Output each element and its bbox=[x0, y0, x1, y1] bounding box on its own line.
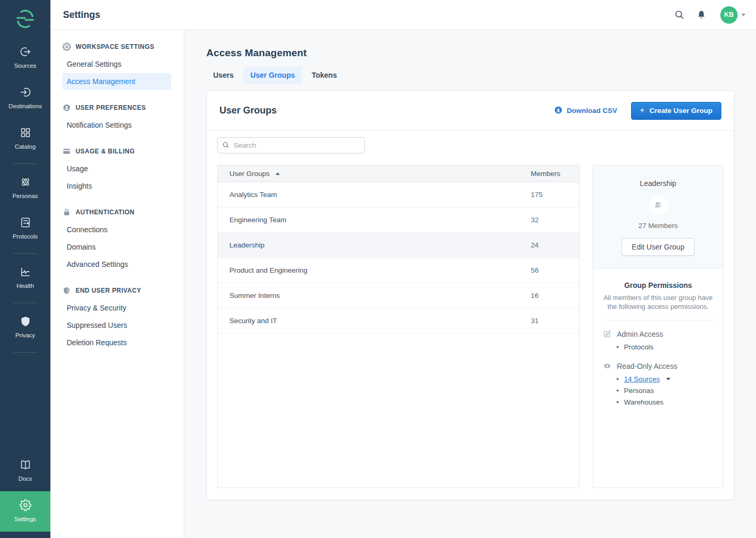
health-icon bbox=[19, 266, 32, 278]
group-members-cell: 56 bbox=[531, 266, 570, 274]
subnav-item-access-management[interactable]: Access Management bbox=[62, 73, 171, 90]
group-members-cell: 31 bbox=[531, 317, 570, 325]
avatar[interactable]: KB bbox=[720, 6, 738, 24]
column-header-members: Members bbox=[531, 170, 570, 178]
subnav-item-deletion-requests[interactable]: Deletion Requests bbox=[62, 334, 171, 351]
subnav-item-general-settings[interactable]: General Settings bbox=[62, 56, 171, 73]
permission-group-header: Admin Access bbox=[603, 329, 713, 338]
personas-icon bbox=[19, 176, 32, 188]
permission-item[interactable]: • 14 Sources bbox=[616, 373, 713, 385]
chevron-down-icon[interactable] bbox=[666, 378, 670, 380]
rail-item-protocols[interactable]: Protocols bbox=[0, 209, 50, 249]
rail-item-personas[interactable]: Personas bbox=[0, 168, 50, 209]
subnav-section-header: USER PREFERENCES bbox=[62, 102, 171, 113]
search-icon[interactable] bbox=[674, 9, 685, 20]
user-groups-table: User Groups Members Analytics Team 175 E… bbox=[217, 165, 580, 488]
privacy-icon bbox=[19, 315, 32, 327]
notifications-bell-icon[interactable] bbox=[696, 9, 707, 20]
tab-bar: Users User Groups Tokens bbox=[206, 67, 734, 84]
subnav-section: USAGE & BILLING UsageInsights bbox=[62, 146, 171, 194]
table-row[interactable]: Analytics Team 175 bbox=[218, 182, 579, 208]
divider bbox=[13, 163, 37, 164]
rail-item-catalog[interactable]: Catalog bbox=[0, 119, 50, 159]
sort-asc-icon bbox=[276, 172, 280, 175]
group-name-cell: Leadership bbox=[229, 241, 265, 249]
group-name: Leadership bbox=[602, 179, 715, 188]
rail-item-settings[interactable]: Settings bbox=[0, 491, 50, 532]
tab-user-groups[interactable]: User Groups bbox=[244, 67, 302, 84]
group-avatar bbox=[649, 195, 668, 214]
group-members-cell: 24 bbox=[531, 241, 570, 249]
app: Sources Destinations Catalog Personas Pr… bbox=[0, 0, 756, 538]
permission-group-header: Read-Only Access bbox=[603, 361, 713, 370]
subnav-item-connections[interactable]: Connections bbox=[62, 221, 171, 238]
rail-item-label: Personas bbox=[13, 193, 38, 199]
group-name-cell: Summer Interns bbox=[229, 292, 280, 299]
account-menu[interactable]: KB bbox=[720, 6, 746, 24]
rail-item-destinations[interactable]: Destinations bbox=[0, 78, 50, 119]
bullet: • bbox=[616, 387, 619, 395]
subnav-section: WORKSPACE SETTINGS General SettingsAcces… bbox=[62, 42, 171, 90]
subnav-item-domains[interactable]: Domains bbox=[62, 239, 171, 255]
search-input[interactable] bbox=[217, 137, 365, 153]
group-members-cell: 16 bbox=[531, 292, 570, 299]
subnav-item-advanced-settings[interactable]: Advanced Settings bbox=[62, 256, 171, 273]
tab-users[interactable]: Users bbox=[206, 67, 240, 84]
rail-item-label: Privacy bbox=[15, 332, 35, 338]
rail-item-label: Health bbox=[16, 283, 34, 289]
page-title: Access Management bbox=[206, 47, 734, 59]
group-detail-panel: Leadership 27 Members Edit User Group Gr… bbox=[593, 165, 723, 488]
download-csv-button[interactable]: Download CSV bbox=[554, 106, 617, 116]
edit-icon bbox=[603, 329, 612, 338]
main-content: Access Management Users User Groups Toke… bbox=[184, 30, 756, 538]
edit-user-group-button[interactable]: Edit User Group bbox=[622, 238, 694, 256]
sort-user-groups-column[interactable]: User Groups bbox=[229, 170, 280, 178]
divider bbox=[13, 352, 37, 353]
permission-group-label: Admin Access bbox=[617, 330, 663, 338]
subnav-item-usage[interactable]: Usage bbox=[62, 160, 171, 177]
subnav-section: AUTHENTICATION ConnectionsDomainsAdvance… bbox=[62, 207, 171, 273]
bullet: • bbox=[616, 375, 619, 383]
sources-expand-link[interactable]: 14 Sources bbox=[624, 375, 660, 383]
subnav-section-label: USAGE & BILLING bbox=[76, 148, 135, 155]
rail-item-sources[interactable]: Sources bbox=[0, 38, 50, 78]
subnav-section-label: WORKSPACE SETTINGS bbox=[76, 43, 154, 50]
download-csv-label: Download CSV bbox=[567, 107, 617, 115]
permission-item-label: Warehouses bbox=[624, 398, 664, 406]
rail-item-docs[interactable]: Docs bbox=[0, 451, 50, 491]
table-row[interactable]: Leadership 24 bbox=[218, 233, 579, 258]
subnav-section-label: END USER PRIVACY bbox=[76, 287, 141, 294]
settings-subnav: WORKSPACE SETTINGS General SettingsAcces… bbox=[50, 30, 184, 538]
rail-item-health[interactable]: Health bbox=[0, 258, 50, 298]
eye-icon bbox=[603, 361, 612, 370]
group-members-cell: 32 bbox=[531, 216, 570, 224]
user-groups-card: User Groups Download CSV + Create User G… bbox=[206, 90, 734, 500]
create-user-group-button[interactable]: + Create User Group bbox=[631, 102, 721, 120]
subnav-item-privacy-security[interactable]: Privacy & Security bbox=[62, 299, 171, 316]
rail-item-label: Settings bbox=[14, 516, 36, 522]
rail-item-label: Docs bbox=[18, 475, 32, 482]
rail-item-label: Sources bbox=[14, 63, 36, 69]
table-row[interactable]: Security and IT 31 bbox=[218, 308, 579, 334]
segment-logo[interactable] bbox=[0, 0, 50, 38]
table-row[interactable]: Engineering Team 32 bbox=[218, 208, 579, 233]
permission-item-label: Personas bbox=[624, 387, 654, 395]
rail-item-privacy[interactable]: Privacy bbox=[0, 307, 50, 348]
subnav-section: USER PREFERENCES Notification Settings bbox=[62, 102, 171, 133]
chevron-down-icon bbox=[741, 14, 746, 16]
subnav-item-suppressed-users[interactable]: Suppressed Users bbox=[62, 317, 171, 334]
table-row[interactable]: Summer Interns 16 bbox=[218, 283, 579, 308]
destinations-icon bbox=[19, 86, 32, 98]
table-row[interactable]: Product and Engineering 56 bbox=[218, 258, 579, 283]
subnav-section-header: USAGE & BILLING bbox=[62, 146, 171, 157]
rail-item-label: Destinations bbox=[8, 103, 41, 109]
subnav-item-notification-settings[interactable]: Notification Settings bbox=[62, 117, 171, 133]
user-circle-icon bbox=[62, 104, 71, 112]
group-member-count: 27 Members bbox=[602, 222, 715, 230]
subnav-item-insights[interactable]: Insights bbox=[62, 178, 171, 194]
nav-rail: Sources Destinations Catalog Personas Pr… bbox=[0, 0, 50, 538]
tab-tokens[interactable]: Tokens bbox=[305, 67, 344, 84]
subnav-section: END USER PRIVACY Privacy & SecuritySuppr… bbox=[62, 285, 171, 351]
group-name-cell: Engineering Team bbox=[229, 216, 287, 224]
divider bbox=[13, 303, 37, 303]
